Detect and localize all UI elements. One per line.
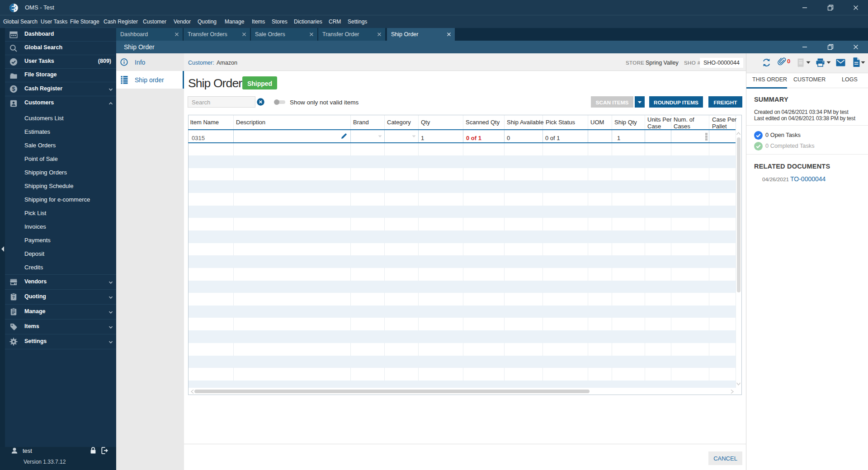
svg-text:?: ? xyxy=(12,295,15,300)
svg-text:$: $ xyxy=(12,86,15,92)
